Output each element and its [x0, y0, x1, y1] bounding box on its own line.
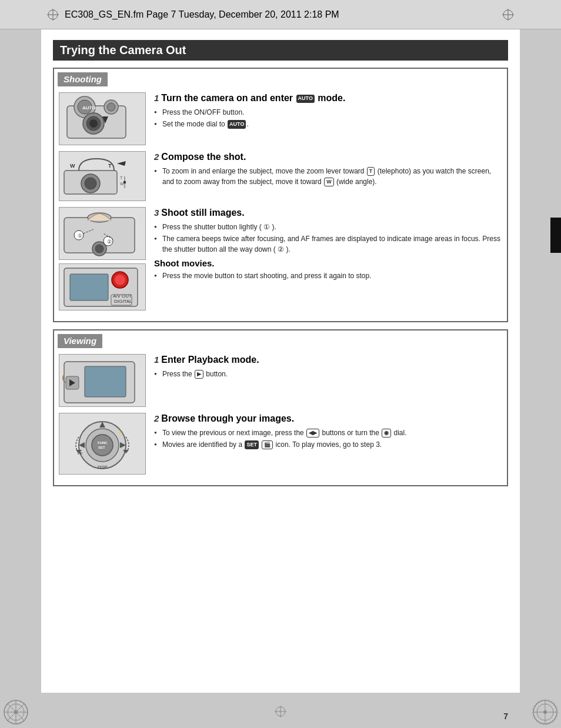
corner-decoration-bl [1, 697, 31, 727]
view-step-1-number: 1 [154, 355, 159, 365]
shoot-movies-bullet-1: Press the movie button to start shooting… [154, 271, 502, 281]
svg-text:SET: SET [98, 446, 105, 449]
step-3-image-a: ① ② [59, 207, 146, 260]
svg-point-64 [115, 275, 125, 285]
telephoto-icon: T [367, 167, 375, 176]
view-step-2-title: Browse through your images. [161, 413, 294, 425]
right-tab [550, 218, 561, 253]
svg-text:W: W [120, 182, 124, 186]
step-1-number: 1 [154, 93, 159, 103]
shoot-movies-subtitle: Shoot movies. [154, 258, 502, 268]
step-3-row: ① ② [59, 207, 502, 310]
section-title: Trying the Camera Out [53, 40, 508, 61]
step-3-bullet-2: The camera beeps twice after focusing, a… [154, 233, 502, 255]
view-step-2-content: 2 Browse through your images. To view th… [154, 413, 502, 451]
step-3-content: 3 Shoot still images. Press the shutter … [154, 207, 502, 282]
svg-point-75 [92, 435, 113, 456]
header-bar: EC308_GS_EN.fm Page 7 Tuesday, December … [0, 0, 561, 29]
svg-rect-51 [123, 181, 126, 183]
step-2-content: 2 Compose the shot. To zoom in and enlar… [154, 151, 502, 188]
view-step-2-bullets: To view the previous or next image, pres… [154, 428, 502, 450]
step-1-bullet-2: Set the mode dial to AUTO. [154, 119, 502, 129]
view-step-1-title: Enter Playback mode. [161, 354, 259, 366]
step-3-bullet-1: Press the shutter button lightly ( ① ). [154, 222, 502, 232]
auto-icon: AUTO [296, 95, 315, 103]
step-2-bullets: To zoom in and enlarge the subject, move… [154, 166, 502, 187]
view-step-2-number: 2 [154, 413, 159, 423]
svg-text:②: ② [107, 239, 112, 245]
header-text: EC308_GS_EN.fm Page 7 Tuesday, December … [65, 9, 339, 20]
view-step-1-bullets: Press the ▶ button. [154, 369, 502, 379]
svg-point-24 [543, 710, 547, 714]
step-1-content: 1 Turn the camera on and enter AUTO mode… [154, 92, 502, 131]
movie-icon: 🎬 [262, 440, 273, 450]
step-3-number: 3 [154, 208, 159, 218]
view-step-1-content: 1 Enter Playback mode. Press the ▶ butto… [154, 354, 502, 380]
svg-text:A/V OUT: A/V OUT [113, 293, 132, 299]
dial-icon: ◉ [382, 429, 391, 438]
step-1-bullet-1: Press the ON/OFF button. [154, 107, 502, 118]
step-3-title: Shoot still images. [161, 207, 244, 219]
step-2-bullet-1: To zoom in and enlarge the subject, move… [154, 166, 502, 187]
view-step-2-bullet-2: Movies are identified by a SET 🎬 icon. T… [154, 439, 502, 450]
view-step-2-image: FUNC SET DISP. MF ⚡ [59, 413, 146, 475]
svg-text:T: T [108, 163, 112, 169]
svg-text:DIGITAL: DIGITAL [114, 299, 132, 304]
step-2-title: Compose the shot. [161, 151, 246, 163]
viewing-label: Viewing [64, 336, 96, 346]
step-1-title: Turn the camera on and enter AUTO mode. [161, 92, 345, 105]
page-number: 7 [503, 712, 508, 721]
svg-point-47 [85, 178, 96, 189]
svg-point-37 [107, 103, 115, 111]
svg-rect-65 [70, 274, 108, 300]
shoot-movies-bullets: Press the movie button to start shooting… [154, 271, 502, 281]
header-crosshair-left [47, 9, 59, 21]
step-3-bullets: Press the shutter button lightly ( ① ). … [154, 222, 502, 255]
svg-point-61 [95, 245, 103, 253]
svg-text:①: ① [78, 233, 82, 239]
viewing-header: Viewing [58, 334, 102, 348]
svg-point-41 [89, 119, 98, 128]
step-2-image: T W T W [59, 151, 146, 201]
step-2-row: T W T W [59, 151, 502, 201]
view-step-1-bullet-1: Press the ▶ button. [154, 369, 502, 379]
svg-text:AUTO: AUTO [82, 105, 96, 111]
corner-decoration-br [530, 697, 560, 727]
main-content: Trying the Camera Out Shooting AUTO [41, 29, 520, 693]
auto-dial-icon: AUTO [228, 120, 246, 129]
shooting-section: Shooting AUTO [53, 68, 508, 322]
view-step-1-row: 1 Enter Playback mode. Press the ▶ butto… [59, 354, 502, 407]
viewing-content: 1 Enter Playback mode. Press the ▶ butto… [54, 352, 507, 485]
svg-text:FUNC: FUNC [98, 441, 108, 445]
svg-text:T: T [120, 176, 123, 180]
lr-arrow-icon: ◀▶ [306, 429, 319, 438]
step-3-image-b: A/V OUT DIGITAL [59, 263, 146, 310]
set-icon: SET [245, 440, 259, 450]
shooting-content: AUTO 1 [54, 90, 507, 321]
wideangle-icon: W [324, 178, 334, 187]
bottom-crosshair [275, 706, 286, 720]
play-icon: ▶ [195, 370, 203, 379]
header-crosshair-right [502, 9, 514, 21]
step-1-bullets: Press the ON/OFF button. Set the mode di… [154, 107, 502, 129]
step-2-number: 2 [154, 152, 159, 162]
svg-text:W: W [70, 163, 75, 169]
shooting-header: Shooting [58, 72, 108, 86]
view-step-2-row: FUNC SET DISP. MF ⚡ [59, 413, 502, 475]
step-1-image: AUTO [59, 92, 146, 145]
step-1-row: AUTO 1 [59, 92, 502, 145]
view-step-2-bullet-1: To view the previous or next image, pres… [154, 428, 502, 438]
svg-rect-70 [85, 366, 126, 397]
svg-marker-45 [117, 161, 126, 166]
shooting-label: Shooting [64, 74, 102, 84]
viewing-section: Viewing [53, 329, 508, 486]
svg-text:⚡: ⚡ [118, 430, 122, 435]
svg-text:DISP.: DISP. [98, 465, 108, 469]
view-step-1-image [59, 354, 146, 407]
